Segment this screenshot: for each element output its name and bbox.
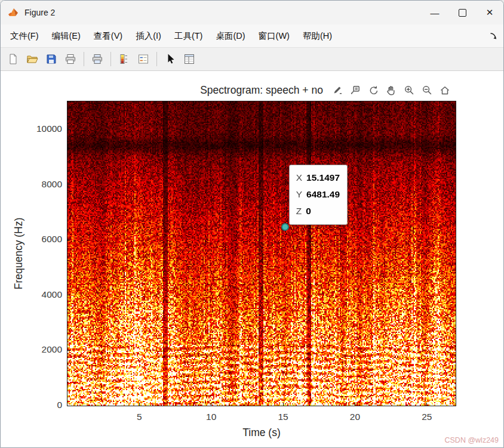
pan-hand-icon [386, 85, 397, 95]
menu-item-insert[interactable]: 插入(I) [130, 27, 167, 45]
menu-item-help[interactable]: 帮助(H) [297, 27, 338, 45]
y-tick-mark [67, 184, 70, 185]
legend-icon [137, 53, 149, 65]
pencil-icon [332, 85, 343, 95]
axes-zoom-out-button[interactable] [419, 82, 435, 98]
menu-item-window[interactable]: 窗口(W) [253, 27, 296, 45]
x-tick-mark [426, 403, 427, 406]
datatip-z-label: Z [296, 206, 302, 216]
datatip-icon [350, 85, 361, 95]
datatip-x-value: 15.1497 [306, 172, 340, 183]
datatip-row-z: Z0 [296, 203, 340, 220]
datatip-z-value: 0 [306, 206, 311, 216]
menu-item-view[interactable]: 查看(V) [88, 27, 128, 45]
y-tick-mark [67, 406, 70, 406]
print-preview-button[interactable] [88, 51, 106, 67]
x-tick-mark [283, 403, 284, 406]
x-tick-label: 15 [265, 412, 301, 422]
zoom-in-icon [404, 85, 414, 95]
axes-edit-button[interactable] [330, 82, 345, 98]
pointer-arrow-icon [164, 53, 176, 65]
figure-area: Spectrogram: speech + no [1, 71, 503, 448]
colorbar-icon [118, 53, 130, 65]
titlebar[interactable]: Figure 2 — ✕ [1, 1, 503, 24]
spectrogram-plot[interactable] [67, 101, 456, 406]
x-tick-mark [355, 403, 355, 406]
zoom-out-icon [422, 85, 432, 95]
insert-colorbar-button[interactable] [115, 51, 133, 67]
datatip-x-label: X [296, 172, 302, 183]
figure-window: Figure 2 — ✕ 文件(F)编辑(E)查看(V)插入(I)工具(T)桌面… [0, 0, 504, 448]
x-tick-mark [211, 403, 211, 406]
x-axis-label: Time (s) [67, 427, 456, 439]
axes-zoom-in-button[interactable] [401, 82, 417, 98]
axes-restore-view-button[interactable] [437, 82, 453, 98]
property-inspector-button[interactable] [180, 51, 198, 67]
y-tick-label: 2000 [1, 344, 62, 355]
open-folder-icon [26, 53, 38, 65]
axes-toolbar [328, 82, 454, 98]
y-tick-label: 8000 [1, 179, 62, 190]
datatip-y-label: Y [296, 189, 302, 199]
figure-toolbar [1, 48, 503, 71]
save-figure-button[interactable] [42, 51, 60, 67]
x-tick-label: 10 [193, 412, 229, 422]
y-tick-label: 10000 [1, 123, 62, 134]
menu-item-tools[interactable]: 工具(T) [168, 27, 209, 45]
window-title: Figure 2 [24, 8, 421, 17]
datatip-marker[interactable] [281, 223, 289, 231]
new-document-icon [7, 53, 19, 65]
y-tick-mark [67, 129, 70, 130]
dock-figure-arrow-icon[interactable] [489, 32, 497, 40]
axes-datatip-button[interactable] [348, 82, 363, 98]
edit-plot-button[interactable] [161, 51, 179, 67]
home-icon [440, 85, 450, 95]
menubar: 文件(F)编辑(E)查看(V)插入(I)工具(T)桌面(D)窗口(W)帮助(H) [1, 24, 503, 48]
rotate-icon [368, 85, 379, 95]
property-inspector-icon [183, 53, 195, 65]
minimize-button[interactable]: — [421, 1, 448, 24]
x-tick-label: 25 [409, 412, 445, 422]
datatip-row-y: Y6481.49 [296, 186, 340, 203]
datatip-y-value: 6481.49 [306, 189, 340, 199]
axes-pan-button[interactable] [383, 82, 399, 98]
watermark: CSDN @wlz249 [445, 436, 499, 444]
maximize-button[interactable] [448, 1, 476, 24]
menu-item-edit[interactable]: 编辑(E) [46, 27, 87, 45]
y-tick-label: 0 [1, 400, 62, 410]
x-tick-mark [139, 403, 140, 406]
close-button[interactable]: ✕ [476, 1, 503, 24]
x-tick-label: 20 [337, 412, 373, 422]
printer-icon [64, 53, 76, 65]
open-file-button[interactable] [23, 51, 41, 67]
print-figure-button[interactable] [62, 51, 79, 67]
menu-item-file[interactable]: 文件(F) [4, 27, 45, 45]
datatip-row-x: X15.1497 [296, 169, 340, 186]
toolbar-separator [110, 52, 111, 66]
toolbar-separator [156, 52, 157, 66]
x-tick-label: 5 [121, 412, 157, 422]
print-preview-icon [91, 53, 103, 65]
save-floppy-icon [45, 53, 57, 65]
maximize-icon [459, 9, 466, 17]
new-figure-button[interactable] [4, 51, 22, 67]
y-tick-label: 6000 [1, 234, 62, 245]
datatip[interactable]: X15.1497 Y6481.49 Z0 [289, 165, 348, 225]
axes-rotate-button[interactable] [365, 82, 381, 98]
menu-item-desktop[interactable]: 桌面(D) [210, 27, 251, 45]
y-tick-mark [67, 295, 70, 295]
y-axis-label: Frequency (Hz) [13, 218, 25, 290]
y-tick-label: 4000 [1, 289, 62, 300]
menubar-items: 文件(F)编辑(E)查看(V)插入(I)工具(T)桌面(D)窗口(W)帮助(H) [4, 27, 489, 45]
y-tick-mark [67, 350, 70, 351]
toolbar-separator [84, 52, 84, 66]
y-tick-mark [67, 240, 70, 240]
insert-legend-button[interactable] [134, 51, 152, 67]
matlab-icon [8, 7, 20, 18]
